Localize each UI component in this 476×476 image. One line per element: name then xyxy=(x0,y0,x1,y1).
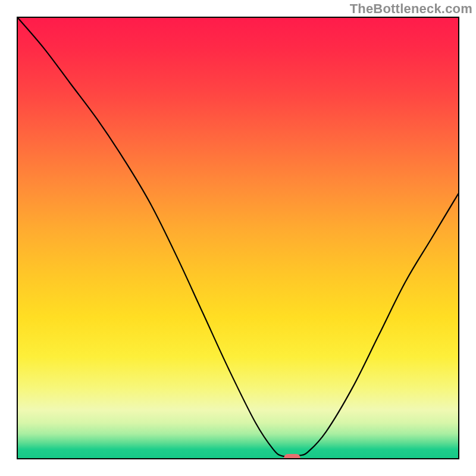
plot-area xyxy=(17,17,459,459)
bottleneck-curve-path xyxy=(18,18,458,456)
optimal-point-marker xyxy=(284,454,300,459)
chart-stage: TheBottleneck.com xyxy=(0,0,476,476)
curve-svg xyxy=(18,18,458,458)
watermark-text: TheBottleneck.com xyxy=(350,1,472,17)
